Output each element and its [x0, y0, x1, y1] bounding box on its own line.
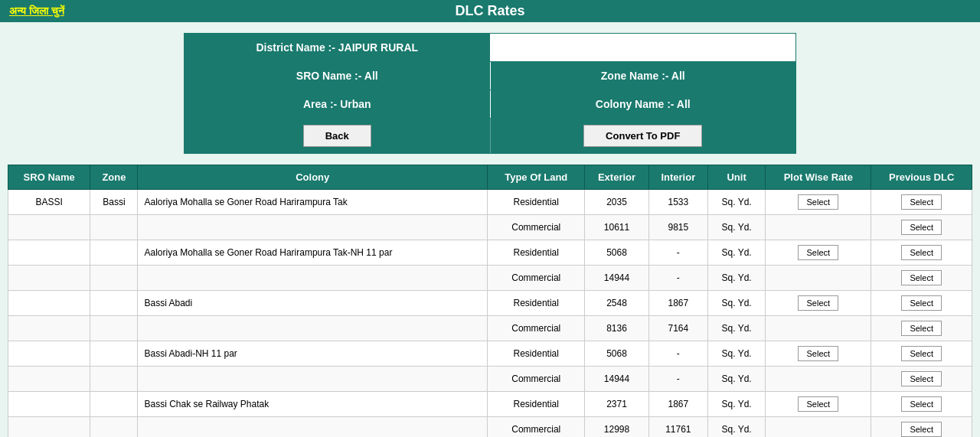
cell-value: Sq. Yd.: [708, 316, 766, 341]
table-row: BASSIBassiAaloriya Mohalla se Goner Road…: [8, 190, 972, 215]
cell-value: 5068: [585, 240, 648, 266]
cell-value: Commercial: [488, 266, 585, 291]
col-plot-wise-rate: Plot Wise Rate: [766, 165, 871, 190]
cell-value: [8, 316, 90, 341]
plot-wise-select-button[interactable]: Select: [798, 245, 838, 260]
cell-value: [8, 266, 90, 291]
cell-value: Sq. Yd.: [708, 367, 766, 392]
cell-value: [8, 291, 90, 316]
cell-value: [90, 316, 138, 341]
cell-value: Residential: [488, 240, 585, 266]
prev-dlc-select-button[interactable]: Select: [901, 396, 942, 412]
cell-value: Sq. Yd.: [708, 215, 766, 240]
plot-wise-select-button[interactable]: Select: [798, 346, 838, 361]
cell-value: 14944: [585, 367, 648, 392]
cell-value: 1533: [648, 190, 707, 215]
cell-value: Sq. Yd.: [708, 291, 766, 316]
back-button[interactable]: Back: [303, 125, 371, 147]
table-row: Aaloriya Mohalla se Goner Road Harirampu…: [8, 240, 972, 266]
cell-value: [90, 240, 138, 266]
cell-value: -: [648, 367, 707, 392]
cell-value: Sq. Yd.: [708, 240, 766, 266]
cell-value: BASSI: [8, 190, 90, 215]
cell-value: Commercial: [488, 417, 585, 438]
cell-value: 1867: [648, 291, 707, 316]
dlc-rates-table: SRO Name Zone Colony Type Of Land Exteri…: [8, 165, 972, 437]
prev-dlc-select-button[interactable]: Select: [901, 194, 942, 210]
cell-value: 14944: [585, 266, 648, 291]
cell-value: Residential: [488, 190, 585, 215]
prev-dlc-select-button[interactable]: Select: [901, 245, 942, 260]
previous-dlc-cell: Select: [871, 215, 972, 240]
cell-value: Commercial: [488, 316, 585, 341]
table-row: Commercial1299811761Sq. Yd.Select: [8, 417, 972, 438]
change-district-link[interactable]: अन्य जिला चुनें: [9, 5, 64, 18]
cell-value: Bassi Abadi: [138, 291, 488, 316]
cell-value: [8, 215, 90, 240]
cell-value: 1867: [648, 392, 707, 417]
col-sro-name: SRO Name: [8, 165, 90, 190]
prev-dlc-select-button[interactable]: Select: [901, 371, 942, 386]
previous-dlc-cell: Select: [871, 417, 972, 438]
cell-value: -: [648, 266, 707, 291]
plot-wise-select-button[interactable]: Select: [798, 396, 838, 412]
cell-value: -: [648, 240, 707, 266]
plot-wise-select-button[interactable]: Select: [798, 295, 838, 311]
plot-wise-rate-cell: [766, 316, 871, 341]
prev-dlc-select-button[interactable]: Select: [901, 346, 942, 361]
col-exterior: Exterior: [585, 165, 648, 190]
cell-value: [90, 341, 138, 367]
previous-dlc-cell: Select: [871, 190, 972, 215]
table-row: Bassi Chak se Railway PhatakResidential2…: [8, 392, 972, 417]
cell-value: [8, 417, 90, 438]
plot-wise-rate-cell: Select: [766, 190, 871, 215]
previous-dlc-cell: Select: [871, 392, 972, 417]
col-unit: Unit: [708, 165, 766, 190]
prev-dlc-select-button[interactable]: Select: [901, 295, 942, 311]
cell-value: Sq. Yd.: [708, 417, 766, 438]
cell-value: [8, 240, 90, 266]
cell-value: [90, 417, 138, 438]
col-type-of-land: Type Of Land: [488, 165, 585, 190]
info-panel: District Name :- JAIPUR RURAL SRO Name :…: [184, 33, 796, 154]
info-row-district: District Name :- JAIPUR RURAL: [185, 34, 795, 62]
table-row: Commercial14944-Sq. Yd.Select: [8, 367, 972, 392]
cell-value: [90, 291, 138, 316]
table-row: Commercial14944-Sq. Yd.Select: [8, 266, 972, 291]
cell-value: 10611: [585, 215, 648, 240]
prev-dlc-select-button[interactable]: Select: [901, 220, 942, 235]
cell-value: 2371: [585, 392, 648, 417]
cell-value: Bassi: [90, 190, 138, 215]
header-bar: अन्य जिला चुनें DLC Rates: [0, 0, 980, 22]
action-row: Back Convert To PDF: [185, 119, 795, 153]
table-container: SRO Name Zone Colony Type Of Land Exteri…: [8, 165, 972, 437]
info-row-sro-zone: SRO Name :- All Zone Name :- All: [185, 62, 795, 90]
cell-value: Aaloriya Mohalla se Goner Road Harirampu…: [138, 240, 488, 266]
plot-wise-rate-cell: Select: [766, 240, 871, 266]
plot-wise-rate-cell: [766, 215, 871, 240]
table-row: Commercial81367164Sq. Yd.Select: [8, 316, 972, 341]
previous-dlc-cell: Select: [871, 316, 972, 341]
prev-dlc-select-button[interactable]: Select: [901, 321, 942, 336]
cell-value: Residential: [488, 291, 585, 316]
plot-wise-rate-cell: [766, 417, 871, 438]
col-zone: Zone: [90, 165, 138, 190]
cell-value: Residential: [488, 341, 585, 367]
table-row: Bassi Abadi-NH 11 parResidential5068-Sq.…: [8, 341, 972, 367]
cell-value: [90, 266, 138, 291]
previous-dlc-cell: Select: [871, 341, 972, 367]
cell-value: [138, 215, 488, 240]
prev-dlc-select-button[interactable]: Select: [901, 270, 942, 285]
back-cell: Back: [185, 119, 491, 153]
prev-dlc-select-button[interactable]: Select: [901, 422, 942, 437]
convert-pdf-button[interactable]: Convert To PDF: [583, 125, 702, 147]
colony-label: Colony Name :- All: [491, 90, 796, 118]
cell-value: [8, 341, 90, 367]
zone-label: Zone Name :- All: [491, 62, 796, 90]
col-colony: Colony: [138, 165, 488, 190]
cell-value: Sq. Yd.: [708, 190, 766, 215]
cell-value: Aaloriya Mohalla se Goner Road Harirampu…: [138, 190, 488, 215]
cell-value: Residential: [488, 392, 585, 417]
page-title: DLC Rates: [455, 3, 524, 19]
plot-wise-select-button[interactable]: Select: [798, 194, 838, 210]
